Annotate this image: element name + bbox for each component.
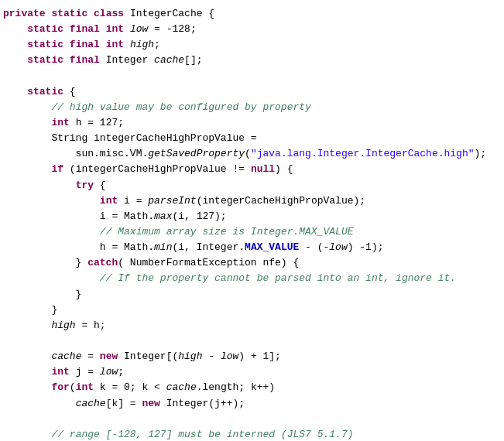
keyword: int — [51, 364, 69, 380]
code-line: } — [0, 303, 504, 318]
method-name: min — [154, 240, 172, 255]
variable: cache — [154, 53, 184, 68]
comment: // Maximum array size is Integer.MAX_VAL… — [100, 224, 354, 240]
keyword: new — [142, 396, 159, 412]
keyword: int — [51, 115, 69, 131]
method-name: getSavedProperty — [148, 146, 245, 162]
code-line: private static class IntegerCache { — [0, 6, 504, 22]
keyword: if — [51, 162, 63, 177]
keyword: final — [70, 53, 100, 68]
code-line — [0, 412, 504, 427]
code-line: h = Math.min(i, Integer.MAX_VALUE - (-lo… — [0, 240, 504, 255]
variable: low — [329, 240, 347, 255]
code-line: static final int high; — [0, 37, 504, 53]
class-name: IntegerCache — [130, 6, 203, 22]
comment: // range [-128, 127] must be interned (J… — [51, 427, 353, 441]
code-line: sun.misc.VM.getSavedProperty("java.lang.… — [0, 146, 504, 162]
code-line: int i = parseInt(integerCacheHighPropVal… — [0, 193, 504, 209]
keyword: for — [51, 380, 69, 395]
code-line: if (integerCacheHighPropValue != null) { — [0, 162, 504, 177]
code-line: cache[k] = new Integer(j++); — [0, 396, 504, 412]
keyword: static — [27, 37, 63, 53]
keyword: null — [251, 162, 275, 177]
keyword: int — [76, 380, 94, 395]
keyword: static — [27, 53, 63, 68]
comment: // high value may be configured by prope… — [51, 100, 310, 115]
keyword: static — [27, 22, 63, 37]
keyword: int — [100, 193, 118, 209]
variable: low — [221, 349, 238, 364]
keyword: catch — [87, 255, 118, 271]
variable: cache — [166, 380, 197, 395]
keyword: private — [3, 6, 46, 22]
code-line — [0, 333, 504, 349]
code-line: cache = new Integer[(high - low) + 1]; — [0, 349, 504, 364]
code-line: static final Integer cache[]; — [0, 53, 504, 68]
string-literal: "java.lang.Integer.IntegerCache.high" — [251, 146, 475, 162]
code-line — [0, 69, 504, 84]
code-line: int j = low; — [0, 364, 504, 380]
method-name: max — [154, 209, 172, 224]
code-line: static final int low = -128; — [0, 22, 504, 37]
variable: high — [51, 318, 75, 333]
keyword: static — [27, 84, 63, 100]
variable: high — [130, 37, 154, 53]
comment: // If the property cannot be parsed into… — [100, 271, 456, 286]
variable: cache — [51, 349, 81, 364]
code-line: } — [0, 287, 504, 303]
keyword: new — [100, 349, 118, 364]
code-line: // range [-128, 127] must be interned (J… — [0, 427, 504, 441]
code-line: // high value may be configured by prope… — [0, 100, 504, 115]
keyword: class — [94, 6, 124, 22]
code-line: i = Math.max(i, 127); — [0, 209, 504, 224]
keyword: int — [106, 22, 124, 37]
variable: low — [130, 22, 148, 37]
method-name: parseInt — [148, 193, 196, 209]
keyword: int — [106, 37, 124, 53]
code-line: String integerCacheHighPropValue = — [0, 131, 504, 146]
keyword: final — [70, 37, 100, 53]
code-line: // Maximum array size is Integer.MAX_VAL… — [0, 224, 504, 240]
code-container: private static class IntegerCache { stat… — [0, 0, 504, 441]
keyword: final — [70, 22, 100, 37]
variable: cache — [76, 396, 106, 412]
keyword: static — [51, 6, 87, 22]
variable: high — [178, 349, 202, 364]
code-line: for(int k = 0; k < cache.length; k++) — [0, 380, 504, 395]
code-line: // If the property cannot be parsed into… — [0, 271, 504, 286]
code-line: high = h; — [0, 318, 504, 333]
variable: low — [100, 364, 118, 380]
keyword: try — [76, 178, 94, 193]
code-line: static { — [0, 84, 504, 100]
code-line: } catch( NumberFormatException nfe) { — [0, 255, 504, 271]
code-line: try { — [0, 178, 504, 193]
code-line: int h = 127; — [0, 115, 504, 131]
